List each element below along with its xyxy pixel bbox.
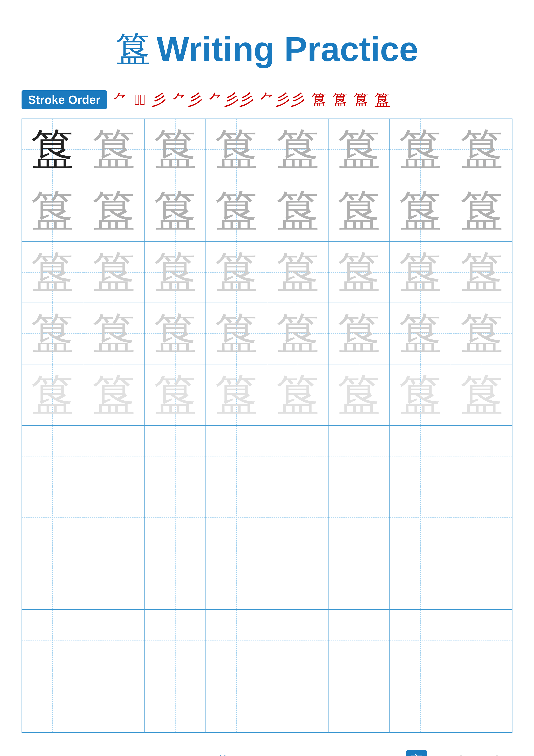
grid-row-7 [22, 487, 512, 549]
footer-url[interactable]: https://www.strokeorder.com/chinese/簋 [21, 753, 230, 756]
grid-cell-5-1: 簋 [22, 364, 83, 426]
grid-cell-4-4: 簋 [206, 303, 267, 364]
grid-cell-6-1 [22, 426, 83, 487]
footer-logo: 字 StrokeOrder [406, 750, 513, 756]
grid-cell-1-4: 簋 [206, 119, 267, 180]
char-display: 簋 [337, 373, 380, 417]
title-text: Writing Practice [157, 29, 418, 69]
grid-row-6 [22, 426, 512, 487]
grid-row-1: 簋 簋 簋 簋 簋 簋 簋 簋 [22, 119, 512, 180]
grid-cell-1-6: 簋 [328, 119, 390, 180]
grid-row-9 [22, 610, 512, 671]
grid-cell-8-1 [22, 548, 83, 610]
char-display: 簋 [31, 128, 74, 171]
char-display: 簋 [276, 251, 319, 294]
grid-cell-4-2: 簋 [83, 303, 145, 364]
grid-cell-10-2 [83, 671, 145, 733]
grid-cell-7-8 [451, 487, 512, 549]
grid-cell-3-8: 簋 [451, 242, 512, 303]
page: 簋 Writing Practice Stroke Order ⺈ 𠃋𠃋 彡 ⺈… [0, 0, 534, 756]
title-area: 簋 Writing Practice [116, 26, 418, 72]
char-display: 簋 [276, 189, 319, 232]
grid-cell-8-3 [144, 548, 206, 610]
stroke-step-2: 𠃋𠃋 [135, 91, 145, 108]
grid-cell-7-6 [328, 487, 390, 549]
grid-cell-8-4 [206, 548, 267, 610]
char-display: 簋 [399, 189, 442, 232]
char-display: 簋 [399, 128, 442, 171]
grid-cell-9-1 [22, 610, 83, 671]
grid-cell-4-3: 簋 [144, 303, 206, 364]
char-display: 簋 [276, 373, 319, 417]
grid-cell-3-4: 簋 [206, 242, 267, 303]
stroke-step-10: 簋 [375, 90, 390, 110]
grid-cell-9-7 [390, 610, 451, 671]
char-display: 簋 [215, 373, 258, 417]
char-display: 簋 [92, 312, 135, 355]
grid-cell-1-8: 簋 [451, 119, 512, 180]
grid-cell-7-5 [267, 487, 329, 549]
grid-cell-4-7: 簋 [390, 303, 451, 364]
grid-row-8 [22, 548, 512, 610]
char-display: 簋 [31, 189, 74, 232]
grid-cell-10-8 [451, 671, 512, 733]
stroke-step-4: ⺈彡 [172, 90, 203, 110]
grid-cell-2-3: 簋 [144, 180, 206, 242]
grid-cell-9-4 [206, 610, 267, 671]
char-display: 簋 [276, 312, 319, 355]
grid-row-10 [22, 671, 512, 733]
stroke-step-5: ⺈彡彡 [209, 90, 254, 110]
char-display: 簋 [276, 128, 319, 171]
grid-cell-3-7: 簋 [390, 242, 451, 303]
char-display: 簋 [92, 251, 135, 294]
grid-cell-6-3 [144, 426, 206, 487]
grid-cell-10-3 [144, 671, 206, 733]
char-display: 簋 [92, 373, 135, 417]
char-display: 簋 [215, 189, 258, 232]
grid-cell-5-5: 簋 [267, 364, 329, 426]
grid-cell-8-7 [390, 548, 451, 610]
grid-cell-1-2: 簋 [83, 119, 145, 180]
grid-row-2: 簋 簋 簋 簋 簋 簋 簋 簋 [22, 180, 512, 242]
grid-cell-3-1: 簋 [22, 242, 83, 303]
grid-cell-5-8: 簋 [451, 364, 512, 426]
char-display: 簋 [337, 128, 380, 171]
stroke-step-1: ⺈ [113, 90, 128, 110]
grid-cell-8-8 [451, 548, 512, 610]
char-display: 簋 [31, 373, 74, 417]
stroke-step-9: 簋 [353, 90, 369, 110]
grid-cell-5-6: 簋 [328, 364, 390, 426]
char-display: 簋 [460, 251, 503, 294]
grid-cell-2-2: 簋 [83, 180, 145, 242]
grid-cell-1-5: 簋 [267, 119, 329, 180]
char-display: 簋 [460, 128, 503, 171]
char-display: 簋 [460, 373, 503, 417]
char-display: 簋 [154, 128, 197, 171]
char-display: 簋 [31, 251, 74, 294]
grid-cell-9-2 [83, 610, 145, 671]
grid-cell-6-7 [390, 426, 451, 487]
grid-cell-8-2 [83, 548, 145, 610]
grid-cell-6-5 [267, 426, 329, 487]
char-display: 簋 [154, 312, 197, 355]
char-display: 簋 [215, 251, 258, 294]
grid-cell-2-5: 簋 [267, 180, 329, 242]
grid-cell-6-6 [328, 426, 390, 487]
grid-cell-9-6 [328, 610, 390, 671]
char-display: 簋 [31, 312, 74, 355]
grid-cell-6-2 [83, 426, 145, 487]
char-display: 簋 [460, 312, 503, 355]
stroke-order-chars: ⺈ 𠃋𠃋 彡 ⺈彡 ⺈彡彡 ⺈彡彡 簋 簋 簋 簋 [113, 90, 390, 110]
stroke-order-badge: Stroke Order [21, 90, 107, 109]
grid-cell-5-2: 簋 [83, 364, 145, 426]
stroke-step-6: ⺈彡彡 [260, 90, 305, 110]
char-display: 簋 [399, 251, 442, 294]
char-display: 簋 [154, 373, 197, 417]
logo-icon: 字 [406, 750, 427, 756]
grid-cell-7-7 [390, 487, 451, 549]
char-display: 簋 [215, 312, 258, 355]
grid-cell-2-6: 簋 [328, 180, 390, 242]
grid-row-3: 簋 簋 簋 簋 簋 簋 簋 簋 [22, 242, 512, 303]
grid-cell-3-3: 簋 [144, 242, 206, 303]
grid-cell-5-4: 簋 [206, 364, 267, 426]
